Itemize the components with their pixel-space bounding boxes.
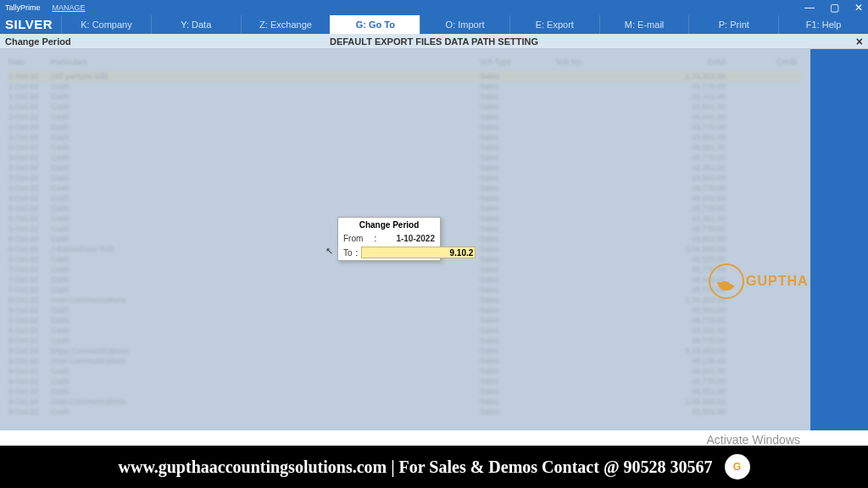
guptha-logo-icon (709, 263, 744, 299)
menu-exchange[interactable]: Z: Exchange (241, 15, 331, 34)
menu-goto[interactable]: G: Go To (330, 15, 420, 34)
change-period-dialog: Change Period From : 1-10-2022 To : (337, 217, 441, 261)
subheader: Change Period DEFAULT EXPORT FILES DATA … (0, 34, 868, 49)
menubar: SILVER K: Company Y: Data Z: Exchange G:… (0, 15, 868, 34)
subheader-close-button[interactable]: × (856, 35, 863, 48)
app-root: TallyPrime MANAGE — ▢ ✕ SILVER K: Compan… (0, 0, 868, 488)
menu-import[interactable]: O: Import (420, 15, 509, 34)
minimize-icon[interactable]: — (804, 2, 815, 14)
from-label: From (343, 234, 370, 243)
edition-label: SILVER (0, 15, 61, 34)
guptha-text: GUPTHA (746, 274, 809, 289)
dialog-title: Change Period (338, 218, 440, 232)
promo-bar: www.gupthaaccountingsolutions.com | For … (0, 446, 868, 488)
app-name: TallyPrime (5, 3, 41, 12)
menu-print[interactable]: P: Print (688, 15, 778, 34)
menu-email[interactable]: M: E-mail (599, 15, 689, 34)
right-shortcut-panel (810, 49, 868, 430)
window-controls: — ▢ ✕ (804, 2, 863, 14)
promo-text: www.gupthaaccountingsolutions.com | For … (119, 458, 713, 477)
menu-items: K: Company Y: Data Z: Exchange G: Go To … (61, 15, 868, 34)
guptha-watermark: GUPTHA (709, 256, 810, 307)
colon: : (356, 248, 359, 258)
from-value[interactable]: 1-10-2022 (381, 234, 435, 243)
to-input[interactable] (361, 247, 476, 258)
menu-export[interactable]: E: Export (509, 15, 599, 34)
menu-help[interactable]: F1: Help (778, 15, 868, 34)
colon: : (374, 234, 377, 243)
right-panel-item[interactable] (810, 49, 868, 51)
dialog-to-row: To : (338, 245, 440, 260)
dialog-from-row: From : 1-10-2022 (338, 232, 440, 245)
cursor-icon: ↖ (326, 246, 333, 257)
maximize-icon[interactable]: ▢ (830, 2, 839, 14)
menu-company[interactable]: K: Company (61, 15, 151, 34)
titlebar-left: TallyPrime MANAGE (5, 3, 86, 12)
titlebar: TallyPrime MANAGE — ▢ ✕ (0, 0, 868, 15)
subheader-center: DEFAULT EXPORT FILES DATA PATH SETTING (0, 36, 868, 47)
activate-line1: Activate Windows (666, 433, 800, 446)
promo-badge-icon: G (725, 454, 750, 480)
to-label: To (343, 248, 353, 258)
manage-link[interactable]: MANAGE (53, 3, 86, 12)
close-icon[interactable]: ✕ (854, 2, 863, 14)
menu-data[interactable]: Y: Data (151, 15, 241, 34)
